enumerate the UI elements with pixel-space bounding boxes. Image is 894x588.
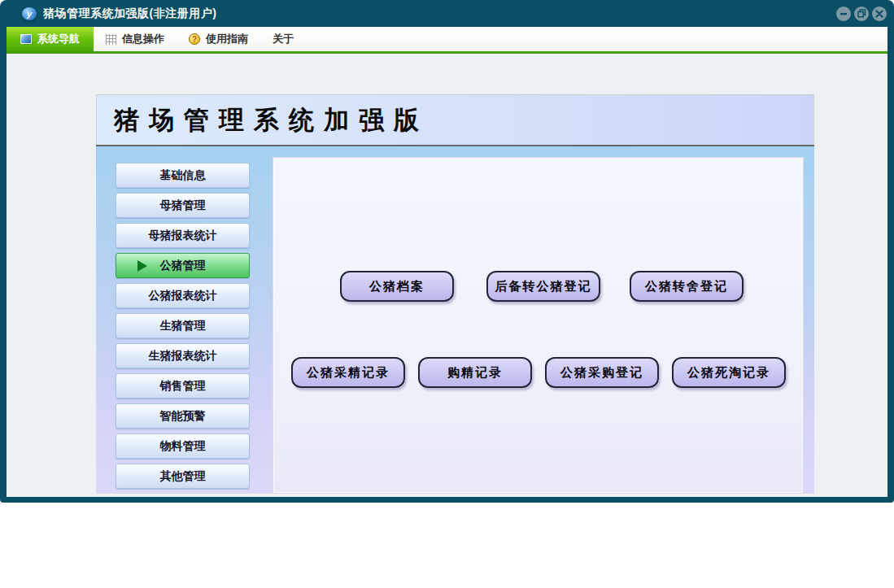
sidebar-item-sales-management[interactable]: 销售管理 [116, 373, 250, 399]
restore-button[interactable] [854, 7, 869, 21]
navigation-panel: 猪场管理系统加强版 基础信息 母猪管理 母猪报表统计 公猪管理 公猪报表统计 生… [96, 94, 814, 494]
sidebar-item-boar-reports[interactable]: 公猪报表统计 [116, 283, 250, 308]
sidebar-item-sow-management[interactable]: 母猪管理 [116, 193, 250, 218]
help-coin-icon: ? [189, 33, 200, 45]
toolbar-item-label: 使用指南 [206, 32, 248, 46]
title-bar: y 猪场管理系统加强版(非注册用户) [0, 0, 894, 27]
sidebar-item-label: 母猪管理 [160, 198, 206, 213]
close-button[interactable] [872, 7, 887, 21]
window-controls [836, 7, 887, 21]
toolbar-item-info-ops[interactable]: 信息操作 [94, 27, 177, 51]
minimize-icon [839, 10, 848, 18]
toolbar: 系统导航 信息操作 ? 使用指南 关于 [7, 27, 887, 51]
sidebar-item-label: 基础信息 [160, 168, 206, 183]
sidebar-item-label: 生猪管理 [160, 319, 206, 333]
boar-pen-transfer-register-button[interactable]: 公猪转舍登记 [630, 271, 744, 302]
sidebar-item-label: 生猪报表统计 [149, 349, 217, 364]
reserve-to-boar-register-button[interactable]: 后备转公猪登记 [486, 271, 600, 302]
window-icon [20, 34, 32, 44]
toolbar-item-label: 系统导航 [37, 32, 80, 46]
boar-semen-collection-record-button[interactable]: 公猪采精记录 [291, 357, 405, 388]
content-panel: 公猪档案 后备转公猪登记 公猪转舍登记 公猪采精记录 购精记录 公猪采购登记 公… [273, 157, 804, 494]
sidebar-item-material-management[interactable]: 物料管理 [116, 433, 250, 459]
sidebar-item-label: 智能预警 [160, 409, 206, 424]
panel-body: 基础信息 母猪管理 母猪报表统计 公猪管理 公猪报表统计 生猪管理 生猪报表统计… [96, 146, 814, 494]
app-logo-icon: y [22, 7, 37, 20]
grid-icon [106, 34, 116, 45]
boar-death-cull-record-button[interactable]: 公猪死淘记录 [672, 357, 786, 388]
selected-arrow-icon [137, 260, 147, 272]
main-area: 猪场管理系统加强版 基础信息 母猪管理 母猪报表统计 公猪管理 公猪报表统计 生… [7, 54, 887, 497]
sidebar-item-label: 母猪报表统计 [149, 229, 217, 243]
sidebar-item-label: 公猪管理 [160, 259, 206, 273]
sidebar-item-basic-info[interactable]: 基础信息 [116, 163, 250, 188]
semen-purchase-record-button[interactable]: 购精记录 [418, 357, 532, 388]
page-title: 猪场管理系统加强版 [114, 103, 429, 137]
toolbar-item-label: 关于 [273, 32, 294, 46]
sidebar-item-label: 公猪报表统计 [149, 289, 217, 303]
sidebar-item-label: 其他管理 [160, 469, 206, 484]
close-icon [875, 10, 883, 18]
sidebar-item-boar-management[interactable]: 公猪管理 [116, 253, 250, 278]
sidebar-item-label: 销售管理 [160, 379, 206, 394]
toolbar-item-label: 信息操作 [122, 32, 164, 46]
restore-icon [857, 9, 866, 18]
toolbar-item-about[interactable]: 关于 [260, 27, 306, 51]
window-title: 猪场管理系统加强版(非注册用户) [43, 7, 216, 21]
sidebar-item-other-management[interactable]: 其他管理 [116, 464, 250, 489]
toolbar-item-user-guide[interactable]: ? 使用指南 [177, 27, 260, 51]
boar-archive-button[interactable]: 公猪档案 [340, 271, 454, 302]
minimize-button[interactable] [836, 7, 851, 21]
toolbar-item-system-nav[interactable]: 系统导航 [7, 27, 94, 51]
sidebar-item-pig-management[interactable]: 生猪管理 [116, 313, 250, 338]
sidebar-item-smart-alerts[interactable]: 智能预警 [116, 403, 250, 429]
sidebar-item-label: 物料管理 [160, 439, 206, 454]
panel-header: 猪场管理系统加强版 [96, 94, 814, 145]
sidebar-item-pig-reports[interactable]: 生猪报表统计 [116, 343, 250, 368]
app-window: y 猪场管理系统加强版(非注册用户) [0, 0, 894, 503]
sidebar-item-sow-reports[interactable]: 母猪报表统计 [116, 223, 250, 248]
boar-purchase-register-button[interactable]: 公猪采购登记 [545, 357, 659, 388]
